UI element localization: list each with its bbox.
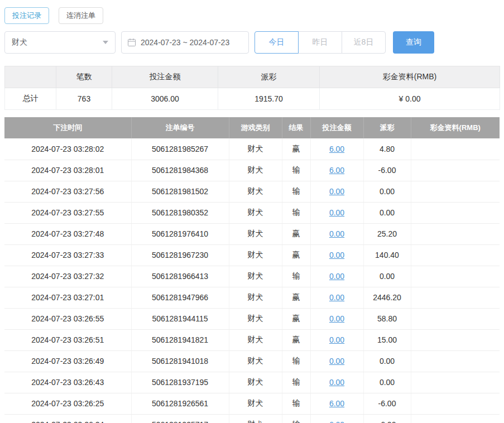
calendar-icon	[127, 38, 136, 47]
tab-cancelled-orders[interactable]: 连消注单	[59, 7, 103, 24]
bet-amount-link[interactable]: 0.00	[329, 335, 344, 344]
bet-amount-cell: 6.00	[310, 414, 363, 423]
bet-amount-link[interactable]: 0.00	[329, 208, 344, 217]
table-row: 2024-07-23 03:26:515061281941821财犬赢0.001…	[4, 329, 500, 350]
order-number-cell: 5061281944115	[131, 308, 229, 329]
bet-amount-cell: 0.00	[310, 308, 363, 329]
bet-records-table: 下注时间 注单编号 游戏类别 结果 投注金额 派彩 彩金资料(RMB) 2024…	[4, 117, 500, 423]
payout-cell: 0.00	[363, 372, 411, 393]
game-type-cell: 财犬	[229, 244, 282, 266]
bet-time-cell: 2024-07-23 03:26:25	[4, 393, 131, 414]
bet-amount-link[interactable]: 0.00	[329, 314, 344, 323]
order-number-cell: 5061281984368	[131, 160, 229, 181]
payout-cell: -6.00	[363, 393, 411, 414]
payout-cell: 0.00	[363, 350, 411, 372]
bonus-cell	[411, 393, 500, 414]
tab-betting-records[interactable]: 投注记录	[4, 7, 49, 24]
bet-amount-cell: 0.00	[310, 329, 363, 350]
summary-header-count: 笔数	[56, 66, 112, 88]
result-cell: 赢	[282, 308, 310, 329]
bonus-cell	[411, 266, 500, 287]
bet-amount-link[interactable]: 0.00	[329, 378, 344, 387]
game-type-cell: 财犬	[229, 308, 282, 329]
bet-amount-cell: 0.00	[310, 372, 363, 393]
game-type-cell: 财犬	[229, 414, 282, 423]
payout-cell: 58.80	[363, 308, 411, 329]
summary-total-label: 总计	[5, 88, 56, 110]
summary-header-bonus: 彩金资料(RMB)	[320, 66, 500, 88]
payout-cell: 140.40	[363, 244, 411, 266]
bet-amount-link[interactable]: 0.00	[329, 293, 344, 302]
top-tabs: 投注记录 连消注单	[4, 7, 500, 24]
bonus-cell	[411, 160, 500, 181]
today-button[interactable]: 今日	[255, 31, 299, 54]
yesterday-button[interactable]: 昨日	[298, 31, 342, 54]
table-row: 2024-07-23 03:28:015061281984368财犬输6.00-…	[4, 160, 500, 181]
bet-amount-link[interactable]: 6.00	[329, 420, 344, 423]
bet-amount-cell: 6.00	[310, 138, 363, 160]
table-row: 2024-07-23 03:26:555061281944115财犬赢0.005…	[4, 308, 500, 329]
query-button[interactable]: 查询	[393, 31, 434, 54]
bet-time-cell: 2024-07-23 03:28:01	[4, 160, 131, 181]
game-select-value: 财犬	[12, 37, 27, 47]
game-type-cell: 财犬	[229, 372, 282, 393]
last-8-days-button[interactable]: 近8日	[342, 31, 386, 54]
result-cell: 赢	[282, 244, 310, 266]
order-number-cell: 5061281985267	[131, 138, 229, 160]
game-type-cell: 财犬	[229, 393, 282, 414]
payout-cell: 0.00	[363, 266, 411, 287]
result-cell: 输	[282, 266, 310, 287]
payout-cell: 2446.20	[363, 287, 411, 308]
table-row: 2024-07-23 03:27:325061281966413财犬输0.000…	[4, 266, 500, 287]
table-row: 2024-07-23 03:26:255061281926561财犬输6.00-…	[4, 393, 500, 414]
bonus-cell	[411, 287, 500, 308]
filter-bar: 财犬 2024-07-23 ~ 2024-07-23 今日 昨日 近8日 查询	[4, 31, 500, 54]
bet-amount-link[interactable]: 6.00	[329, 166, 344, 175]
game-type-cell: 财犬	[229, 266, 282, 287]
bet-amount-cell: 0.00	[310, 350, 363, 372]
payout-cell: 0.00	[363, 181, 411, 202]
date-range-picker[interactable]: 2024-07-23 ~ 2024-07-23	[121, 31, 249, 54]
payout-cell: 0.00	[363, 202, 411, 223]
bet-amount-link[interactable]: 0.00	[329, 272, 344, 281]
order-number-cell: 5061281980352	[131, 202, 229, 223]
bet-amount-cell: 0.00	[310, 202, 363, 223]
summary-header-payout: 派彩	[218, 66, 320, 88]
bet-time-cell: 2024-07-23 03:27:32	[4, 266, 131, 287]
bet-amount-link[interactable]: 0.00	[329, 187, 344, 196]
bet-amount-link[interactable]: 0.00	[329, 251, 344, 259]
bet-table-header-row: 下注时间 注单编号 游戏类别 结果 投注金额 派彩 彩金资料(RMB)	[4, 117, 500, 138]
table-row: 2024-07-23 03:26:245061281925717财犬输6.00-…	[4, 414, 500, 423]
summary-header-blank	[5, 66, 56, 88]
header-bonus: 彩金资料(RMB)	[411, 117, 500, 138]
bet-amount-cell: 0.00	[310, 223, 363, 244]
result-cell: 赢	[282, 329, 310, 350]
payout-cell: 25.20	[363, 223, 411, 244]
bet-time-cell: 2024-07-23 03:26:24	[4, 414, 131, 423]
header-order-number: 注单编号	[131, 117, 229, 138]
summary-total-payout: 1915.70	[218, 88, 320, 110]
order-number-cell: 5061281966413	[131, 266, 229, 287]
order-number-cell: 5061281981502	[131, 181, 229, 202]
bet-amount-cell: 0.00	[310, 181, 363, 202]
bet-amount-link[interactable]: 6.00	[329, 399, 344, 408]
game-type-cell: 财犬	[229, 181, 282, 202]
bet-time-cell: 2024-07-23 03:27:56	[4, 181, 131, 202]
bet-time-cell: 2024-07-23 03:26:49	[4, 350, 131, 372]
game-type-cell: 财犬	[229, 202, 282, 223]
quick-date-button-group: 今日 昨日 近8日	[255, 31, 386, 54]
order-number-cell: 5061281941018	[131, 350, 229, 372]
bet-amount-link[interactable]: 0.00	[329, 229, 344, 238]
payout-cell: 4.80	[363, 138, 411, 160]
bet-amount-link[interactable]: 6.00	[329, 145, 344, 153]
table-row: 2024-07-23 03:27:015061281947966财犬赢0.002…	[4, 287, 500, 308]
table-row: 2024-07-23 03:26:495061281941018财犬输0.000…	[4, 350, 500, 372]
bet-amount-link[interactable]: 0.00	[329, 357, 344, 366]
bet-amount-cell: 0.00	[310, 244, 363, 266]
bonus-cell	[411, 350, 500, 372]
order-number-cell: 5061281925717	[131, 414, 229, 423]
game-type-cell: 财犬	[229, 138, 282, 160]
game-select[interactable]: 财犬	[4, 31, 116, 54]
game-type-cell: 财犬	[229, 160, 282, 181]
bet-time-cell: 2024-07-23 03:27:01	[4, 287, 131, 308]
